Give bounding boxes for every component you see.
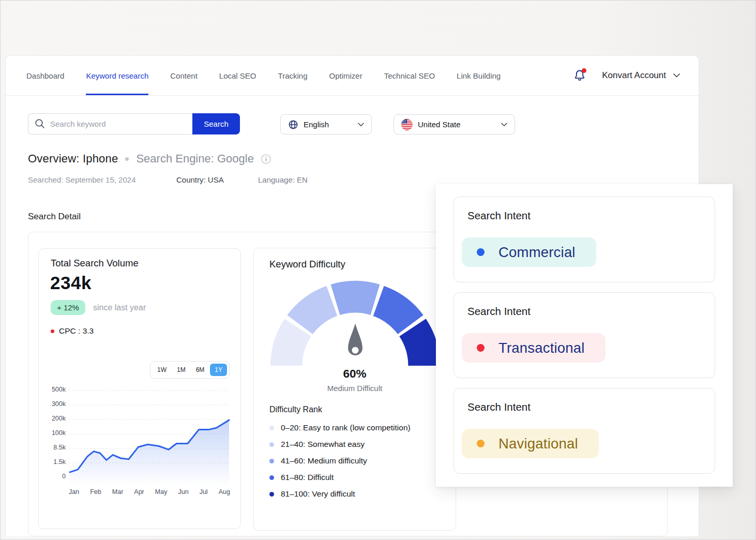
difficulty-rank-title: Difficulty Rank: [269, 405, 322, 414]
total-search-volume-card: Total Search Volume 234k + 12% since las…: [38, 248, 241, 529]
rank-dot: [269, 492, 274, 497]
overview-title: Overview: Iphone: [28, 152, 118, 166]
rank-item: 21–40: Somewhat easy: [269, 436, 411, 453]
x-axis-labels: Jan Feb Mar Apr May Jun Jul Aug: [68, 488, 231, 496]
y-tick: 500k: [47, 386, 66, 393]
search-intent-overlay: Search Intent Commercial Search Intent T…: [436, 184, 733, 487]
rank-item: 61–80: Difficult: [269, 469, 411, 486]
info-icon[interactable]: [261, 154, 271, 164]
cpc-row: CPC : 3.3: [51, 326, 94, 336]
nav-item-dashboard[interactable]: Dashboard: [26, 56, 64, 95]
section-title: Search Detail: [28, 212, 81, 222]
x-tick: Aug: [219, 488, 230, 496]
range-1y-button[interactable]: 1Y: [210, 364, 227, 376]
difficulty-gauge: [268, 278, 443, 367]
chart-plot-area: [68, 387, 231, 486]
meta-language: Language: EN: [258, 175, 308, 184]
language-select[interactable]: English: [280, 114, 372, 134]
chevron-down-icon: [501, 123, 507, 127]
nav-item-link-building[interactable]: Link Building: [457, 56, 501, 95]
range-1w-button[interactable]: 1W: [153, 364, 171, 376]
overview-meta: Searched: September 15, 2024 Country: US…: [28, 175, 308, 184]
cpc-label: CPC : 3.3: [59, 326, 94, 336]
rank-item: 0–20: Easy to rank (low competition): [269, 419, 411, 436]
intent-dot: [477, 344, 485, 352]
nav-item-technical-seo[interactable]: Technical SEO: [384, 56, 435, 95]
search-input[interactable]: [28, 113, 192, 134]
keyword-difficulty-card: Keyword Difficulty 60% Medium Difficult …: [253, 248, 456, 531]
range-1m-button[interactable]: 1M: [172, 364, 190, 376]
rank-dot: [269, 426, 274, 430]
account-menu[interactable]: Konvart Account: [602, 70, 680, 81]
chevron-down-icon: [673, 73, 680, 78]
notifications-button[interactable]: [573, 69, 586, 82]
gauge-value: 60%: [254, 367, 456, 381]
rank-dot: [269, 459, 274, 463]
dot-separator: [125, 157, 129, 161]
y-tick: 100k: [47, 429, 66, 437]
country-value: United State: [418, 120, 461, 129]
intent-pill-transactional: Transactional: [462, 333, 606, 363]
volume-card-title: Total Search Volume: [51, 258, 139, 269]
x-tick: Jul: [200, 488, 208, 496]
intent-pill-commercial: Commercial: [462, 237, 596, 267]
gauge-needle: [348, 323, 362, 355]
language-value: English: [304, 120, 329, 129]
rank-dot: [269, 475, 274, 480]
rank-dot: [269, 442, 274, 447]
search-engine-label: Search Engine: Google: [136, 152, 254, 166]
nav-item-tracking[interactable]: Tracking: [278, 56, 308, 95]
country-select[interactable]: United State: [394, 114, 515, 134]
us-flag-icon: [401, 119, 413, 130]
nav-item-local-seo[interactable]: Local SEO: [219, 56, 256, 95]
change-badge: + 12%: [51, 300, 85, 315]
account-label: Konvart Account: [602, 70, 666, 81]
intent-title: Search Intent: [467, 401, 531, 413]
intent-label: Transactional: [498, 340, 585, 356]
meta-country: Country: USA: [176, 175, 258, 184]
nav-item-content[interactable]: Content: [170, 56, 198, 95]
globe-icon: [288, 119, 298, 130]
change-note: since last year: [93, 303, 146, 312]
overview-heading: Overview: Iphone Search Engine: Google: [28, 152, 271, 166]
intent-title: Search Intent: [467, 209, 531, 222]
intent-dot: [477, 248, 485, 256]
x-tick: Feb: [90, 488, 101, 496]
difficulty-card-title: Keyword Difficulty: [269, 259, 345, 270]
time-range-group: 1W 1M 6M 1Y: [150, 361, 230, 379]
search-icon: [35, 118, 45, 129]
volume-value: 234k: [50, 273, 92, 293]
intent-title: Search Intent: [467, 305, 531, 318]
rank-item: 41–60: Medium difficulty: [269, 453, 411, 469]
top-navigation: Dashboard Keyword research Content Local…: [6, 56, 699, 96]
y-tick: 0: [47, 473, 66, 480]
nav-item-keyword-research[interactable]: Keyword research: [86, 56, 148, 95]
x-tick: Apr: [134, 488, 144, 496]
intent-dot: [477, 440, 485, 447]
intent-pill-navigational: Navigational: [462, 429, 599, 458]
difficulty-rank-list: 0–20: Easy to rank (low competition) 21–…: [269, 419, 411, 502]
y-tick: 1.5k: [47, 458, 66, 466]
y-tick: 200k: [47, 415, 66, 422]
gauge-label: Medium Difficult: [254, 384, 456, 393]
search-intent-card-transactional: Search Intent Transactional: [453, 292, 715, 378]
search-intent-card-commercial: Search Intent Commercial: [453, 197, 715, 282]
volume-line-chart: 500k 300k 200k 100k 8.5k 1.5k 0 Jan: [47, 381, 234, 498]
intent-label: Commercial: [498, 244, 576, 261]
intent-label: Navigational: [498, 436, 578, 452]
y-tick: 8.5k: [47, 444, 66, 451]
nav-item-optimizer[interactable]: Optimizer: [329, 56, 362, 95]
x-tick: Jun: [178, 488, 188, 496]
x-tick: Mar: [112, 488, 124, 496]
x-tick: May: [155, 488, 168, 496]
x-tick: Jan: [69, 488, 79, 496]
searched-date: Searched: September 15, 2024: [28, 175, 176, 184]
search-button[interactable]: Search: [192, 113, 240, 134]
y-tick: 300k: [47, 400, 66, 408]
search-controls: Search English: [28, 113, 699, 135]
range-6m-button[interactable]: 6M: [191, 364, 209, 376]
cpc-dot: [51, 329, 54, 333]
chevron-down-icon: [358, 123, 364, 127]
rank-item: 81–100: Very difficult: [269, 486, 411, 502]
search-intent-card-navigational: Search Intent Navigational: [453, 388, 715, 474]
